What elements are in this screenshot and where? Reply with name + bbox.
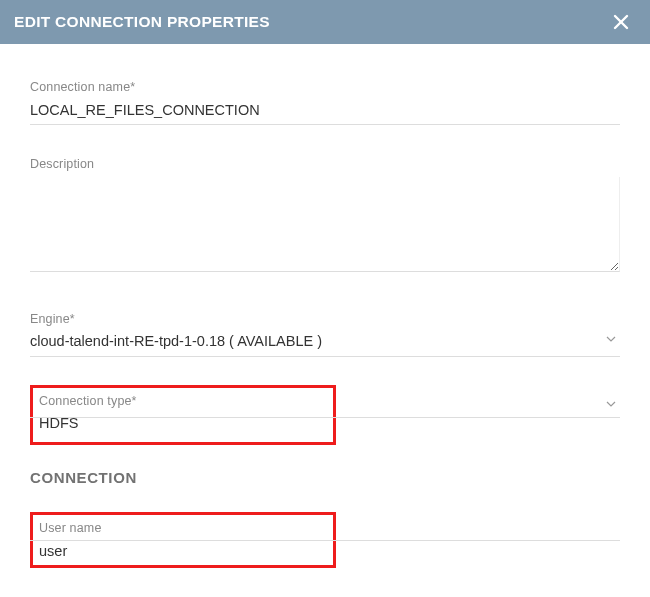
connection-type-group: Connection type* HDFS [39, 394, 327, 438]
engine-label: Engine* [30, 312, 620, 326]
connection-type-highlight: Connection type* HDFS [30, 385, 336, 445]
close-button[interactable] [608, 9, 634, 35]
connection-type-label: Connection type* [39, 394, 327, 408]
modal-title: EDIT CONNECTION PROPERTIES [14, 13, 270, 31]
chevron-down-icon [606, 328, 616, 346]
engine-select[interactable]: cloud-talend-int-RE-tpd-1-0.18 ( AVAILAB… [30, 332, 620, 357]
connection-section-heading: CONNECTION [30, 469, 620, 486]
engine-group: Engine* cloud-talend-int-RE-tpd-1-0.18 (… [30, 312, 620, 357]
description-group: Description [30, 157, 620, 276]
description-label: Description [30, 157, 620, 171]
connection-name-group: Connection name* [30, 80, 620, 125]
chevron-down-icon [606, 393, 616, 411]
user-name-input[interactable] [39, 541, 327, 561]
user-name-label: User name [39, 521, 327, 535]
user-name-group: User name [39, 521, 327, 561]
engine-value: cloud-talend-int-RE-tpd-1-0.18 ( AVAILAB… [30, 333, 322, 349]
modal-body: Connection name* Description Engine* clo… [0, 44, 650, 568]
connection-name-input[interactable] [30, 100, 620, 125]
connection-name-label: Connection name* [30, 80, 620, 94]
description-textarea[interactable] [30, 177, 620, 272]
modal-header: EDIT CONNECTION PROPERTIES [0, 0, 650, 44]
close-icon [612, 13, 630, 31]
